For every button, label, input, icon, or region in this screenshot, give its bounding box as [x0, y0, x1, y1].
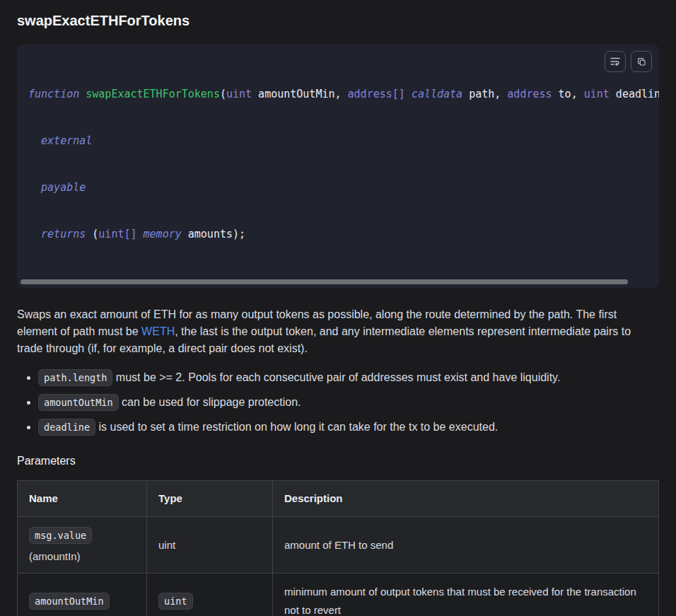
code-token [79, 88, 86, 100]
list-item: deadline is used to set a time restricti… [38, 418, 659, 436]
column-header-name: Name [18, 481, 147, 517]
note-text: can be used for slippage protection. [122, 396, 301, 408]
note-code: path.length [38, 369, 112, 386]
table-header-row: Name Type Description [18, 481, 659, 517]
note-code: amountOutMin [38, 394, 119, 411]
code-token: ( [86, 228, 98, 240]
code-token: swapExactETHForTokens [86, 88, 220, 100]
param-description-cell: amount of ETH to send [273, 517, 659, 574]
code-token: calldata [412, 88, 462, 100]
code-token: amountOutMin, [252, 88, 347, 100]
note-text: is used to set a time restriction on how… [98, 421, 498, 433]
param-name-cell: amountOutMin [18, 574, 147, 616]
code-content: function swapExactETHForTokens(uint amou… [17, 45, 659, 278]
param-name-cell: msg.value (amountIn) [18, 517, 147, 574]
code-token [137, 228, 144, 240]
toggle-word-wrap-button[interactable] [605, 51, 626, 72]
note-code: deadline [38, 419, 95, 436]
doc-page: swapExactETHForTokens function swapExact… [0, 0, 676, 616]
parameters-heading: Parameters [17, 455, 659, 467]
table-row: amountOutMin uint minimum amount of outp… [18, 574, 659, 616]
code-token: returns [41, 228, 86, 240]
code-line: payable [28, 180, 648, 195]
word-wrap-icon [610, 56, 621, 67]
code-token: payable [41, 181, 86, 194]
code-token [405, 88, 412, 100]
param-description-cell: minimum amount of output tokens that mus… [273, 574, 659, 616]
param-type-code: uint [158, 593, 193, 610]
parameters-table: Name Type Description msg.value (amountI… [17, 480, 659, 616]
code-token: deadline) [610, 88, 659, 100]
param-name-code: amountOutMin [29, 593, 110, 610]
code-token: uint[] [98, 228, 136, 240]
description-paragraph: Swaps an exact amount of ETH for as many… [17, 306, 659, 357]
weth-link[interactable]: WETH [141, 325, 175, 337]
code-toolbar [605, 51, 652, 72]
code-token [28, 134, 41, 147]
column-header-type: Type [147, 481, 273, 517]
code-token: address[] [348, 88, 405, 100]
table-row: msg.value (amountIn) uint amount of ETH … [18, 517, 659, 574]
code-token: to, [552, 88, 584, 100]
param-type-plain: uint [158, 539, 175, 551]
param-type-cell: uint [147, 574, 273, 616]
code-token: ( [220, 88, 226, 100]
column-header-description: Description [273, 481, 659, 517]
code-block: function swapExactETHForTokens(uint amou… [17, 45, 659, 288]
code-token: memory [144, 228, 182, 240]
code-token: path, [462, 88, 507, 100]
code-line: external [28, 133, 648, 149]
code-token: uint [584, 88, 610, 100]
code-token: amounts); [182, 228, 245, 240]
list-item: amountOutMin can be used for slippage pr… [38, 393, 659, 412]
param-name-code: msg.value [29, 527, 92, 544]
list-item: path.length must be >= 2. Pools for each… [38, 368, 659, 387]
copy-icon [636, 57, 647, 67]
copy-code-button[interactable] [631, 51, 652, 72]
scrollbar-thumb[interactable] [21, 279, 628, 284]
code-token: external [41, 134, 92, 147]
code-line: returns (uint[] memory amounts); [28, 226, 648, 242]
note-text: must be >= 2. Pools for each consecutive… [116, 371, 560, 383]
code-token [28, 228, 41, 240]
param-type-cell: uint [147, 517, 273, 574]
code-token: function [28, 88, 79, 100]
page-title: swapExactETHForTokens [17, 13, 659, 29]
param-name-note: (amountIn) [29, 550, 135, 564]
code-token: uint [226, 88, 252, 100]
code-line: function swapExactETHForTokens(uint amou… [28, 86, 648, 102]
horizontal-scrollbar[interactable] [18, 278, 658, 286]
code-token: address [507, 88, 552, 100]
notes-list: path.length must be >= 2. Pools for each… [17, 368, 659, 436]
code-token [28, 181, 41, 194]
